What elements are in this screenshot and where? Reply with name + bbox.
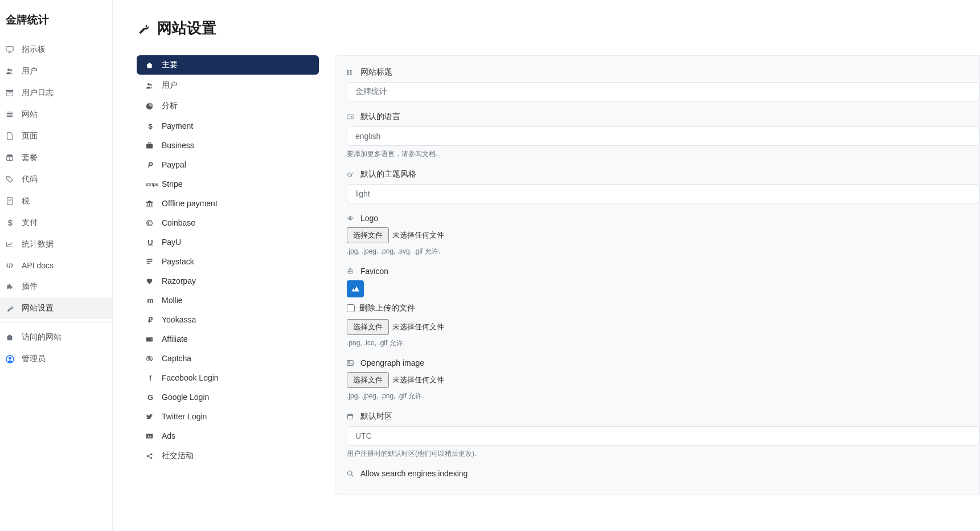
svg-point-22 — [147, 455, 149, 456]
tab-twitter[interactable]: Twitter Login — [137, 407, 319, 426]
tab-label: Twitter Login — [162, 412, 207, 421]
coin-icon — [146, 219, 155, 227]
share-icon — [146, 452, 155, 460]
favicon-delete-checkbox[interactable] — [347, 304, 355, 312]
tab-yookassa[interactable]: ₽Yookassa — [137, 311, 319, 329]
settings-tabs: 主要 用户 分析 $Payment Business PPaypal strip… — [137, 55, 319, 467]
tab-label: Facebook Login — [162, 373, 219, 382]
field-logo: Logo 选择文件 未选择任何文件 .jpg, .jpeg, .png, .sv… — [347, 214, 979, 256]
language-input[interactable] — [347, 126, 979, 146]
eye-icon — [347, 215, 355, 222]
tab-google[interactable]: GGoogle Login — [137, 388, 319, 406]
sidebar-item-websites[interactable]: 网站 — [0, 104, 112, 125]
svg-text:Ad: Ad — [147, 435, 151, 438]
tags-icon — [6, 175, 15, 183]
tab-captcha[interactable]: Captcha — [137, 349, 319, 367]
sidebar-item-admin[interactable]: 管理员 — [0, 348, 112, 370]
tab-facebook[interactable]: fFacebook Login — [137, 369, 319, 387]
sidebar-item-settings[interactable]: 网站设置 — [0, 297, 112, 319]
sidebar-item-visit-site[interactable]: 访问的网站 — [0, 326, 112, 348]
logo-file-status: 未选择任何文件 — [392, 230, 444, 240]
logo-file-button[interactable]: 选择文件 — [347, 227, 389, 243]
field-label: Logo — [360, 214, 378, 223]
svg-rect-25 — [347, 115, 354, 119]
puzzle-icon — [6, 283, 15, 291]
tab-affiliate[interactable]: Affiliate — [137, 330, 319, 348]
sidebar-item-pages[interactable]: 页面 — [0, 125, 112, 147]
tab-payu[interactable]: UPayU — [137, 233, 319, 251]
svg-rect-4 — [7, 91, 13, 96]
sidebar-item-payments[interactable]: $ 支付 — [0, 212, 112, 234]
tab-analytics[interactable]: 分析 — [137, 96, 319, 116]
tab-main[interactable]: 主要 — [137, 55, 319, 75]
dollar-icon: $ — [146, 122, 155, 130]
sidebar-item-dashboard[interactable]: 指示板 — [0, 39, 112, 60]
twitter-icon — [146, 413, 155, 420]
sidebar-item-codes[interactable]: 代码 — [0, 169, 112, 190]
sidebar-item-api[interactable]: API docs — [0, 255, 112, 276]
sidebar-item-plugins[interactable]: 插件 — [0, 276, 112, 297]
google-icon: G — [146, 393, 155, 402]
opengraph-file-button[interactable]: 选择文件 — [347, 372, 389, 388]
tab-label: Payment — [162, 121, 193, 130]
sidebar-item-label: 访问的网站 — [22, 332, 61, 342]
sidebar-item-label: 网站 — [22, 109, 38, 120]
tab-users[interactable]: 用户 — [137, 76, 319, 95]
tab-razorpay[interactable]: Razorpay — [137, 272, 319, 290]
sidebar-item-label: 用户 — [22, 66, 38, 76]
tab-label: Paypal — [162, 160, 186, 169]
svg-rect-12 — [146, 144, 153, 148]
sidebar-item-label: 用户日志 — [22, 88, 54, 98]
sidebar-item-userlogs[interactable]: 用户日志 — [0, 82, 112, 104]
chart-pie-icon — [146, 103, 155, 110]
form-panel: H网站标题 默认的语言 要添加更多语言，请参阅文档. 默认的主题风格 Logo … — [335, 55, 980, 495]
users-icon — [6, 67, 15, 75]
tab-label: Paystack — [162, 257, 194, 266]
facebook-icon: f — [146, 374, 155, 382]
paystack-icon — [146, 258, 155, 266]
mollie-icon: m — [146, 296, 155, 305]
sidebar-item-label: 套餐 — [22, 153, 38, 163]
field-hint: .png, .ico, .gif 允许. — [347, 338, 979, 348]
sidebar-item-label: 指示板 — [22, 44, 46, 55]
favicon-file-button[interactable]: 选择文件 — [347, 319, 389, 335]
field-label: 默认的主题风格 — [360, 169, 416, 179]
tab-label: 分析 — [162, 101, 178, 111]
tab-paystack[interactable]: Paystack — [137, 252, 319, 271]
tab-label: 主要 — [162, 60, 178, 70]
archive-icon — [6, 89, 15, 97]
tab-label: PayU — [162, 238, 181, 247]
tab-social[interactable]: 社交活动 — [137, 446, 319, 465]
sidebar-item-plans[interactable]: 套餐 — [0, 147, 112, 169]
svg-point-2 — [10, 70, 13, 72]
field-label: 默认时区 — [360, 411, 392, 422]
tab-mollie[interactable]: mMollie — [137, 291, 319, 309]
sidebar-item-tax[interactable]: 税 — [0, 190, 112, 212]
tab-ads[interactable]: AdAds — [137, 427, 319, 445]
field-hint: 要添加更多语言，请参阅文档. — [347, 149, 979, 159]
tab-paypal[interactable]: PPaypal — [137, 156, 319, 174]
timezone-input[interactable] — [347, 426, 979, 446]
tab-stripe[interactable]: stripeStripe — [137, 175, 319, 193]
stripe-icon: stripe — [146, 182, 155, 187]
title-input[interactable] — [347, 82, 979, 101]
sidebar-item-label: 插件 — [22, 281, 38, 292]
svg-rect-30 — [347, 361, 354, 366]
briefcase-icon — [146, 142, 155, 149]
svg-point-23 — [150, 453, 152, 455]
svg-point-28 — [349, 271, 350, 272]
sidebar-item-users[interactable]: 用户 — [0, 60, 112, 82]
sidebar-item-stats[interactable]: 统计数据 — [0, 234, 112, 255]
ad-icon: Ad — [146, 432, 155, 440]
theme-input[interactable] — [347, 184, 979, 203]
heart-icon — [146, 277, 155, 285]
tab-payment[interactable]: $Payment — [137, 117, 319, 135]
tab-offline[interactable]: Offline payment — [137, 194, 319, 213]
app-title: 金牌统计 — [0, 0, 112, 39]
field-hint: 用户注册时的默认时区(他们可以稍后更改). — [347, 449, 979, 459]
svg-rect-14 — [147, 259, 153, 260]
tab-business[interactable]: Business — [137, 136, 319, 154]
svg-point-24 — [150, 457, 152, 459]
tab-coinbase[interactable]: Coinbase — [137, 214, 319, 232]
svg-rect-16 — [147, 263, 151, 264]
